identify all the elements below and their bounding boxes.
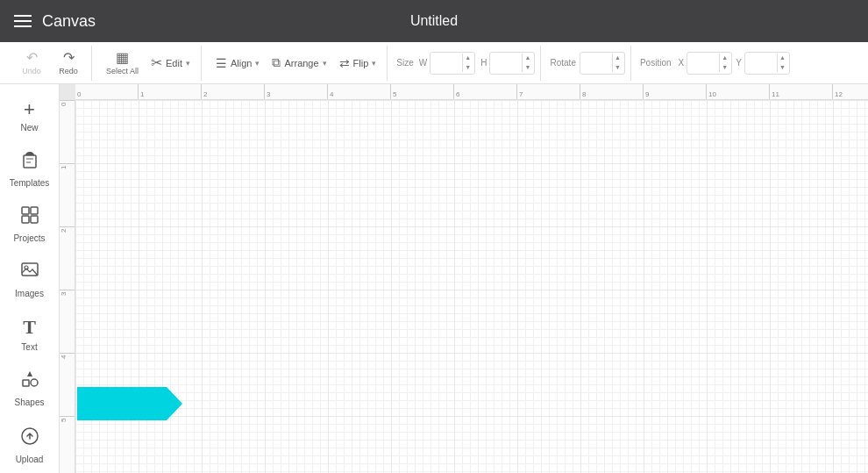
rotate-spinners: ▲ ▼ — [612, 54, 623, 72]
document-title[interactable]: Untitled — [410, 13, 458, 29]
grid-canvas[interactable] — [75, 100, 868, 473]
height-up-icon[interactable]: ▲ — [523, 54, 532, 62]
ruler-tick-1: 1 — [139, 84, 202, 99]
ruler-top-inner: 0 1 2 3 4 5 6 7 8 9 10 11 12 — [75, 84, 868, 99]
width-input[interactable] — [430, 58, 462, 68]
align-group: ☰ Align ▾ ⧉ Arrange ▾ ⇄ Flip ▾ — [205, 46, 388, 81]
sidebar-item-projects[interactable]: Projects — [0, 197, 59, 252]
x-down-icon[interactable]: ▼ — [720, 63, 729, 72]
select-edit-group: ▦ Select All ✂ Edit ▾ — [96, 46, 202, 81]
undo-redo-group: ↶ Undo ↷ Redo — [9, 46, 92, 81]
edit-label: Edit — [166, 58, 182, 68]
position-group: Position X ▲ ▼ Y ▲ ▼ — [635, 46, 795, 81]
x-input[interactable] — [687, 58, 719, 68]
position-section-label: Position — [640, 58, 672, 68]
x-field: X ▲ ▼ — [679, 52, 733, 75]
height-spinners: ▲ ▼ — [522, 54, 532, 72]
projects-icon — [20, 205, 39, 230]
app-logo: Canvas — [42, 12, 96, 31]
sidebar: + New Templates Proje — [0, 84, 60, 473]
ruler-vtick-0: 0 — [60, 100, 75, 163]
hamburger-menu[interactable] — [14, 15, 32, 27]
y-input-wrap: ▲ ▼ — [744, 52, 790, 75]
w-label: W — [419, 58, 427, 68]
ruler-vtick-3: 3 — [60, 290, 75, 353]
topbar-left: Canvas — [14, 12, 96, 31]
sidebar-item-images-label: Images — [15, 289, 44, 298]
width-down-icon[interactable]: ▼ — [463, 63, 473, 72]
size-section-label: Size — [396, 58, 413, 68]
width-up-icon[interactable]: ▲ — [463, 54, 473, 62]
svg-rect-4 — [31, 216, 38, 223]
svg-rect-1 — [22, 207, 29, 214]
size-group: Size W ▲ ▼ H ▲ ▼ — [391, 46, 541, 81]
rotate-input[interactable] — [580, 58, 612, 68]
y-up-icon[interactable]: ▲ — [778, 54, 787, 62]
svg-rect-2 — [31, 207, 38, 214]
redo-button[interactable]: ↷ Redo — [51, 47, 86, 79]
y-label: Y — [736, 58, 742, 68]
sidebar-item-upload-label: Upload — [16, 455, 44, 464]
y-field: Y ▲ ▼ — [736, 52, 790, 75]
sidebar-item-templates[interactable]: Templates — [0, 141, 59, 197]
height-down-icon[interactable]: ▼ — [523, 63, 532, 72]
arrange-chevron-icon: ▾ — [323, 59, 327, 68]
sidebar-item-images[interactable]: Images — [0, 252, 59, 307]
ruler-tick-8: 8 — [580, 84, 644, 99]
rotate-down-icon[interactable]: ▼ — [613, 63, 623, 72]
select-all-label: Select All — [106, 67, 139, 75]
rotate-section-label: Rotate — [550, 58, 575, 68]
ruler-vtick-4: 4 — [60, 353, 75, 416]
height-input-wrap: ▲ ▼ — [489, 52, 535, 75]
select-all-icon: ▦ — [116, 51, 129, 65]
ruler-tick-11: 11 — [770, 84, 833, 99]
y-spinners: ▲ ▼ — [777, 54, 787, 72]
undo-button[interactable]: ↶ Undo — [14, 47, 49, 79]
svg-rect-8 — [23, 380, 29, 386]
arrange-label: Arrange — [284, 58, 318, 68]
svg-rect-5 — [22, 263, 38, 276]
ruler-tick-9: 9 — [644, 84, 707, 99]
ruler-tick-3: 3 — [265, 84, 328, 99]
arrange-dropdown[interactable]: ⧉ Arrange ▾ — [267, 52, 331, 74]
x-label: X — [679, 58, 685, 68]
sidebar-item-text[interactable]: T Text — [0, 307, 59, 361]
flip-chevron-icon: ▾ — [372, 59, 376, 68]
sidebar-item-shapes[interactable]: Shapes — [0, 361, 59, 416]
edit-dropdown[interactable]: ✂ Edit ▾ — [146, 51, 196, 75]
x-up-icon[interactable]: ▲ — [720, 54, 729, 62]
ruler-tick-10: 10 — [707, 84, 770, 99]
x-spinners: ▲ ▼ — [719, 54, 729, 72]
rotate-input-wrap: ▲ ▼ — [580, 52, 625, 75]
y-down-icon[interactable]: ▼ — [778, 63, 787, 72]
undo-label: Undo — [22, 67, 41, 75]
width-input-wrap: ▲ ▼ — [430, 52, 475, 75]
ruler-tick-2: 2 — [202, 84, 265, 99]
select-all-button[interactable]: ▦ Select All — [101, 47, 144, 79]
ruler-tick-6: 6 — [454, 84, 517, 99]
height-input[interactable] — [490, 58, 522, 68]
sidebar-item-shapes-label: Shapes — [15, 398, 45, 407]
align-chevron-icon: ▾ — [255, 59, 260, 68]
ruler-left-inner: 0 1 2 3 4 5 — [60, 100, 75, 473]
svg-rect-0 — [24, 155, 36, 168]
ruler-vtick-5: 5 — [60, 416, 75, 473]
text-icon: T — [23, 316, 36, 339]
flip-label: Flip — [353, 58, 369, 68]
templates-icon — [19, 150, 40, 175]
sidebar-item-upload[interactable]: Upload — [0, 418, 59, 473]
sidebar-item-new[interactable]: + New — [0, 91, 59, 141]
width-field: W ▲ ▼ — [419, 52, 475, 75]
canvas-area[interactable]: 0 1 2 3 4 5 6 7 8 9 10 11 12 0 1 2 3 — [60, 84, 868, 473]
sidebar-item-text-label: Text — [21, 342, 37, 352]
flip-dropdown[interactable]: ⇄ Flip ▾ — [334, 53, 382, 74]
rotate-up-icon[interactable]: ▲ — [613, 54, 623, 62]
align-dropdown[interactable]: ☰ Align ▾ — [210, 53, 265, 74]
ruler-tick-4: 4 — [328, 84, 391, 99]
ruler-vtick-1: 1 — [60, 163, 75, 226]
shapes-icon — [20, 369, 39, 394]
sidebar-item-new-label: New — [20, 123, 38, 133]
y-input[interactable] — [745, 58, 777, 68]
topbar: Canvas Untitled — [0, 0, 868, 42]
arrow-annotation — [77, 387, 182, 420]
